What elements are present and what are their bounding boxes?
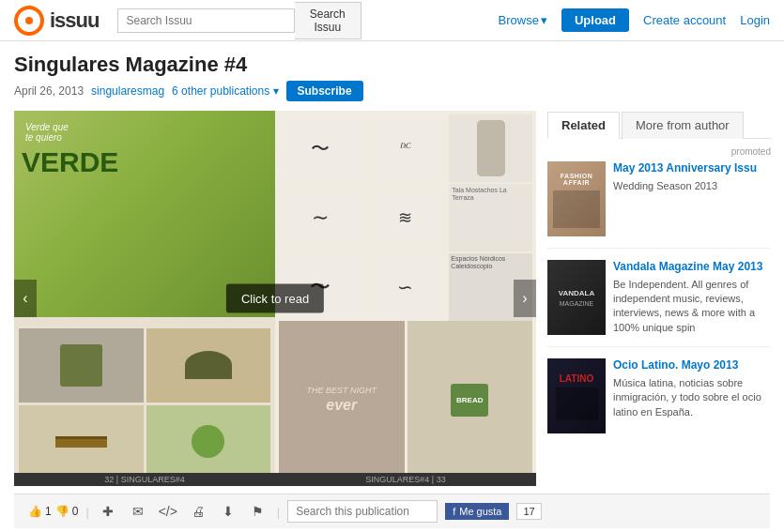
sidebar-item-1: FASHION AFFAIR May 2013 Anniversary Issu… <box>547 161 771 249</box>
pub-meta: April 26, 2013 singularesmag 6 other pub… <box>14 81 770 101</box>
sidebar-pub-desc-2: Be Independent. All genres of independen… <box>613 278 771 336</box>
sidebar-pub-desc-1: Wedding Season 2013 <box>613 179 771 193</box>
flag-tool-button[interactable]: ⚑ <box>247 500 269 523</box>
best-night-box: THE BEST NIGHTever <box>279 321 405 479</box>
thumb-label-2: VANDALA <box>557 287 597 299</box>
promoted-label: promoted <box>547 146 771 157</box>
page-num-left: 32 | SINGULARES#4 <box>14 473 275 486</box>
chair-icon <box>60 344 102 387</box>
verde-big-text: VERDE <box>22 146 118 178</box>
create-account-link[interactable]: Create account <box>643 13 726 27</box>
sidebar-info-3: Ocio Latino. Mayo 2013 Música latina, no… <box>613 358 771 433</box>
bread-tin: BREAD <box>451 384 488 417</box>
thumb-label-3: LATINO <box>558 372 595 386</box>
pub-date: April 26, 2013 <box>14 84 84 98</box>
sidebar-tabs: Related More from author <box>547 111 771 139</box>
main-content: Singulares Magazine #4 April 26, 2013 si… <box>0 41 784 532</box>
tab-related[interactable]: Related <box>547 112 620 139</box>
desk-icon <box>55 436 107 448</box>
page-num-right: SINGULARES#4 | 33 <box>275 473 536 486</box>
sidebar-pub-title-1[interactable]: May 2013 Anniversary Issu <box>613 161 771 176</box>
sidebar-pub-desc-3: Música latina, noticias sobre inmigració… <box>613 376 771 419</box>
thumbs-up-icon: 👍 <box>28 505 42 518</box>
subscribe-button[interactable]: Subscribe <box>286 81 363 101</box>
pub-search-input[interactable] <box>287 500 438 523</box>
mustache-5: ≋ <box>364 184 448 251</box>
click-to-read-overlay[interactable]: Click to read <box>226 284 324 313</box>
print-tool-button[interactable]: 🖨 <box>187 500 209 523</box>
separator-2: | <box>277 505 280 519</box>
furniture-item-4 <box>146 405 271 479</box>
reader-viewer[interactable]: Verde que te quiero VERDE <box>14 111 536 486</box>
browse-link[interactable]: Browse ▾ <box>499 13 547 27</box>
thumb-img-1 <box>553 190 600 228</box>
bottom-right-items: THE BEST NIGHTever BREAD <box>279 321 532 479</box>
mustache-2: 𝄊 <box>364 114 448 182</box>
login-link[interactable]: Login <box>740 13 770 27</box>
bottom-toolbar: 👍 1 👎 0 | ✚ ✉ </> 🖨 ⬇ ⚑ | f Me gusta 17 <box>14 494 770 528</box>
upload-button[interactable]: Upload <box>561 8 629 32</box>
mustache-4: ∼ <box>279 184 362 251</box>
furniture-item-3 <box>19 405 144 479</box>
sidebar-thumb-1: FASHION AFFAIR <box>547 161 606 236</box>
furniture-item-2 <box>146 328 271 403</box>
pub-other-pubs-link[interactable]: 6 other publications ▾ <box>172 84 278 98</box>
embed-tool-button[interactable]: </> <box>157 500 179 523</box>
logo-area: issuu <box>14 6 99 36</box>
prev-page-button[interactable]: ‹ <box>14 280 37 317</box>
te-quiero-text: te quiero <box>25 132 69 143</box>
sidebar-info-1: May 2013 Anniversary Issu Wedding Season… <box>613 161 771 236</box>
thumb-sub-2: MAGAZINE <box>559 299 595 308</box>
sidebar-info-2: Vandala Magazine May 2013 Be Independent… <box>613 260 771 335</box>
vote-area: 👍 1 👎 0 <box>28 505 78 518</box>
reader-panel: Verde que te quiero VERDE <box>14 111 536 486</box>
sidebar-item-3: LATINO Ocio Latino. Mayo 2013 Música lat… <box>547 358 771 445</box>
chevron-down-icon: ▾ <box>541 13 547 27</box>
mustache-1: 〜 <box>279 114 362 182</box>
pub-title: Singulares Magazine #4 <box>14 53 770 77</box>
sidebar-pub-title-2[interactable]: Vandala Magazine May 2013 <box>613 260 771 275</box>
facebook-icon: f <box>453 506 455 517</box>
chevron-down-icon: ▾ <box>273 84 279 98</box>
header-nav: Browse ▾ Upload Create account Login <box>499 8 770 32</box>
tab-more-from-author[interactable]: More from author <box>622 112 744 139</box>
search-input[interactable] <box>117 8 295 33</box>
header: issuu Search Issuu Browse ▾ Upload Creat… <box>0 0 784 41</box>
furniture-item-1 <box>19 328 144 403</box>
thumb-label-1: FASHION AFFAIR <box>547 171 606 188</box>
sidebar-pub-title-3[interactable]: Ocio Latino. Mayo 2013 <box>613 358 771 373</box>
sidebar-thumb-2: VANDALA MAGAZINE <box>547 260 606 335</box>
facebook-like-count: 17 <box>516 503 541 520</box>
next-page-button[interactable]: › <box>514 280 536 317</box>
like-button[interactable]: 👍 1 <box>28 505 52 518</box>
sidebar-item-2: VANDALA MAGAZINE Vandala Magazine May 20… <box>547 260 771 347</box>
text-block: Tala Mostachos La Terraza <box>449 184 532 251</box>
mustache-3 <box>449 114 532 182</box>
lamp-shape <box>477 120 505 176</box>
content-area: Verde que te quiero VERDE <box>14 111 770 486</box>
add-tool-button[interactable]: ✚ <box>97 500 119 523</box>
plant-icon <box>192 425 224 458</box>
facebook-like-button[interactable]: f Me gusta <box>445 503 509 520</box>
thumbs-down-icon: 👎 <box>55 505 69 518</box>
logo-text: issuu <box>50 8 99 33</box>
mail-tool-button[interactable]: ✉ <box>127 500 149 523</box>
dislike-count: 0 <box>72 505 79 518</box>
furniture-grid <box>19 328 270 479</box>
sidebar: Related More from author promoted FASHIO… <box>536 111 771 486</box>
like-count: 1 <box>45 505 52 518</box>
mustache-7: ∽ <box>364 253 448 321</box>
footer-description: Primera reviesta de interiorismo en espa… <box>14 528 770 532</box>
facebook-like-label: Me gusta <box>459 506 501 517</box>
verde-text: Verde que te quiero <box>25 122 69 143</box>
issuu-logo-ring <box>14 6 44 36</box>
pub-author-link[interactable]: singularesmag <box>91 84 164 98</box>
thumb-img-3 <box>556 388 598 420</box>
sidebar-thumb-3: LATINO <box>547 358 606 433</box>
dislike-button[interactable]: 👎 0 <box>55 505 79 518</box>
best-night-text: THE BEST NIGHTever <box>306 386 377 414</box>
bread-label: BREAD <box>456 396 483 404</box>
pub-header: Singulares Magazine #4 April 26, 2013 si… <box>14 53 770 101</box>
search-button[interactable]: Search Issuu <box>295 2 361 39</box>
download-tool-button[interactable]: ⬇ <box>217 500 239 523</box>
